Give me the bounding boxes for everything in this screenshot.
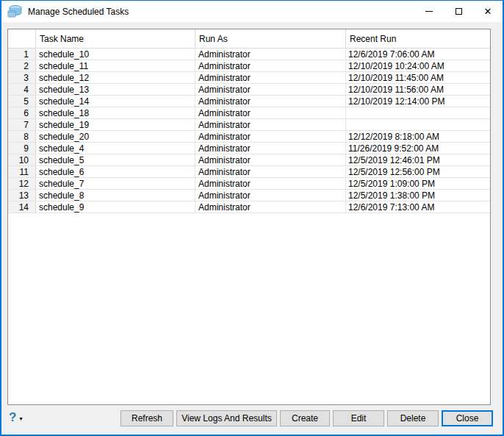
task-name-cell: schedule_20 [36, 131, 195, 143]
row-number-cell: 7 [8, 119, 36, 131]
footer-button-bar: Refresh View Logs And Results Create Edi… [120, 410, 493, 426]
table-row[interactable]: 12 schedule_7 Administrator 12/5/2019 1:… [8, 178, 490, 190]
row-number-cell: 1 [8, 49, 36, 60]
table-row[interactable]: 4 schedule_13 Administrator 12/10/2019 1… [8, 84, 490, 96]
run-as-cell: Administrator [195, 119, 346, 131]
run-as-cell: Administrator [195, 60, 346, 72]
help-menu-button[interactable]: ? ▾ [9, 410, 22, 426]
task-name-cell: schedule_12 [36, 72, 195, 84]
task-name-cell: schedule_9 [36, 201, 195, 213]
task-name-cell: schedule_4 [36, 143, 195, 154]
task-name-cell: schedule_6 [36, 166, 195, 178]
table-row[interactable]: 8 schedule_20 Administrator 12/12/2019 8… [8, 131, 490, 143]
help-icon: ? [9, 410, 16, 426]
table-row[interactable]: 14 schedule_9 Administrator 12/6/2019 7:… [8, 201, 490, 213]
column-header-recent-run[interactable]: Recent Run [346, 29, 490, 49]
table-row[interactable]: 6 schedule_18 Administrator [8, 107, 490, 119]
column-header-task-name[interactable]: Task Name [36, 29, 195, 49]
run-as-cell: Administrator [195, 72, 346, 84]
close-window-button[interactable]: ✕ [473, 1, 503, 22]
recent-run-cell: 12/5/2019 1:09:00 PM [346, 178, 490, 190]
window-controls: ✕ [414, 1, 503, 22]
table-row[interactable]: 1 schedule_10 Administrator 12/6/2019 7:… [8, 49, 490, 60]
column-header-run-as[interactable]: Run As [195, 29, 346, 49]
run-as-cell: Administrator [195, 190, 346, 201]
task-name-cell: schedule_11 [36, 60, 195, 72]
view-logs-and-results-button[interactable]: View Logs And Results [176, 410, 277, 426]
run-as-cell: Administrator [195, 107, 346, 119]
recent-run-cell: 12/6/2019 7:13:00 AM [346, 201, 490, 213]
row-number-cell: 14 [8, 201, 36, 213]
scheduled-tasks-table: Task Name Run As Recent Run 1 schedule_1… [7, 29, 491, 405]
manage-scheduled-tasks-dialog: Manage Scheduled Tasks ✕ Task Name Run A… [0, 0, 504, 436]
run-as-cell: Administrator [195, 154, 346, 166]
table-row[interactable]: 3 schedule_12 Administrator 12/10/2019 1… [8, 72, 490, 84]
row-number-cell: 6 [8, 107, 36, 119]
run-as-cell: Administrator [195, 84, 346, 96]
table-row[interactable]: 9 schedule_4 Administrator 11/26/2019 9:… [8, 143, 490, 154]
row-number-cell: 13 [8, 190, 36, 201]
run-as-cell: Administrator [195, 143, 346, 154]
run-as-cell: Administrator [195, 201, 346, 213]
row-number-cell: 2 [8, 60, 36, 72]
task-name-cell: schedule_19 [36, 119, 195, 131]
row-number-cell: 11 [8, 166, 36, 178]
create-button[interactable]: Create [280, 410, 330, 426]
run-as-cell: Administrator [195, 96, 346, 107]
run-as-cell: Administrator [195, 49, 346, 60]
task-name-cell: schedule_8 [36, 190, 195, 201]
recent-run-cell: 12/10/2019 12:14:00 PM [346, 96, 490, 107]
table-row[interactable]: 7 schedule_19 Administrator [8, 119, 490, 131]
maximize-button[interactable] [444, 1, 473, 22]
task-name-cell: schedule_14 [36, 96, 195, 107]
row-number-cell: 4 [8, 84, 36, 96]
run-as-cell: Administrator [195, 178, 346, 190]
recent-run-cell [346, 107, 490, 119]
run-as-cell: Administrator [195, 166, 346, 178]
row-number-cell: 8 [8, 131, 36, 143]
recent-run-cell: 12/10/2019 11:45:00 AM [346, 72, 490, 84]
table-row[interactable]: 13 schedule_8 Administrator 12/5/2019 1:… [8, 190, 490, 201]
minimize-button[interactable] [414, 1, 444, 22]
recent-run-cell: 12/6/2019 7:06:00 AM [346, 49, 490, 60]
recent-run-cell: 12/5/2019 1:38:00 PM [346, 190, 490, 201]
title-bar: Manage Scheduled Tasks ✕ [1, 1, 503, 22]
table-body: 1 schedule_10 Administrator 12/6/2019 7:… [8, 49, 490, 213]
refresh-button[interactable]: Refresh [120, 410, 173, 426]
task-name-cell: schedule_7 [36, 178, 195, 190]
edit-button[interactable]: Edit [333, 410, 384, 426]
row-number-cell: 5 [8, 96, 36, 107]
task-name-cell: schedule_10 [36, 49, 195, 60]
table-row[interactable]: 10 schedule_5 Administrator 12/5/2019 12… [8, 154, 490, 166]
run-as-cell: Administrator [195, 131, 346, 143]
recent-run-cell: 12/5/2019 12:56:00 PM [346, 166, 490, 178]
row-number-cell: 3 [8, 72, 36, 84]
chevron-down-icon: ▾ [19, 415, 22, 422]
window-title: Manage Scheduled Tasks [28, 7, 129, 17]
row-number-cell: 10 [8, 154, 36, 166]
minimize-icon [425, 11, 433, 12]
close-button[interactable]: Close [442, 410, 493, 426]
recent-run-cell: 11/26/2019 9:52:00 AM [346, 143, 490, 154]
row-number-cell: 9 [8, 143, 36, 154]
task-name-cell: schedule_5 [36, 154, 195, 166]
task-name-cell: schedule_13 [36, 84, 195, 96]
column-header-row-number[interactable] [8, 29, 36, 49]
recent-run-cell: 12/10/2019 10:24:00 AM [346, 60, 490, 72]
close-icon: ✕ [484, 7, 492, 16]
recent-run-cell: 12/10/2019 11:56:00 AM [346, 84, 490, 96]
table-row[interactable]: 5 schedule_14 Administrator 12/10/2019 1… [8, 96, 490, 107]
table-row[interactable]: 2 schedule_11 Administrator 12/10/2019 1… [8, 60, 490, 72]
delete-button[interactable]: Delete [387, 410, 439, 426]
table-row[interactable]: 11 schedule_6 Administrator 12/5/2019 12… [8, 166, 490, 178]
app-icon [7, 5, 22, 18]
recent-run-cell: 12/5/2019 12:46:01 PM [346, 154, 490, 166]
row-number-cell: 12 [8, 178, 36, 190]
task-name-cell: schedule_18 [36, 107, 195, 119]
table-header-row: Task Name Run As Recent Run [8, 29, 490, 49]
recent-run-cell [346, 119, 490, 131]
maximize-icon [456, 8, 462, 15]
recent-run-cell: 12/12/2019 8:18:00 AM [346, 131, 490, 143]
